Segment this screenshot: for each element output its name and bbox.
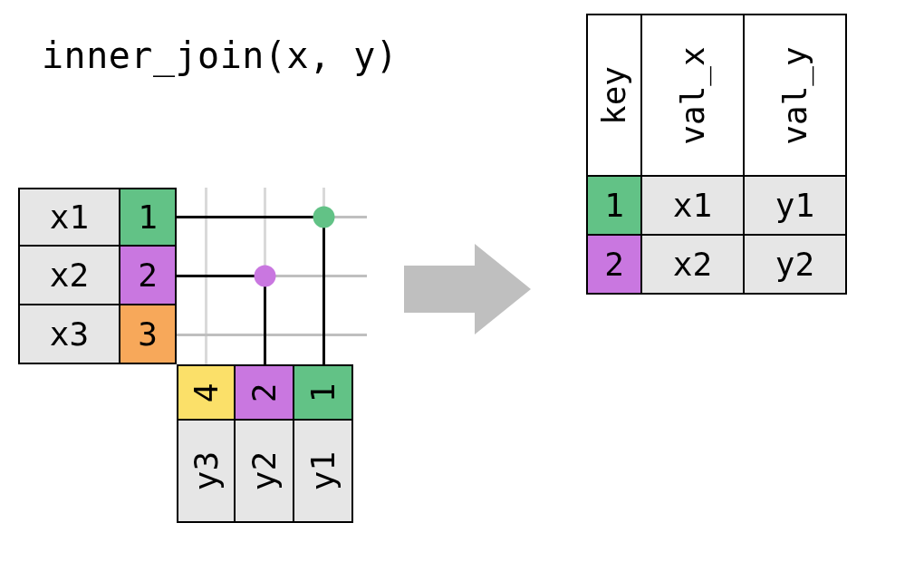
match-dot-2 — [255, 266, 276, 287]
result-row-1-valx: x1 — [642, 177, 745, 236]
y-col-2-val: y2 — [236, 421, 294, 523]
x-row-1-key: 1 — [120, 188, 177, 247]
y-col-2-key: 2 — [236, 364, 294, 421]
result-header-valx: val_x — [642, 14, 745, 177]
x-row-3-val: x3 — [18, 305, 120, 364]
x-row-2-val: x2 — [18, 247, 120, 305]
result-row-1-key: 1 — [586, 177, 642, 236]
result-table: key val_x val_y 1 x1 y1 2 x2 y2 — [586, 14, 847, 295]
result-header-key: key — [586, 14, 642, 177]
y-col-1-key: 4 — [177, 364, 236, 421]
arrow-icon — [404, 244, 531, 334]
join-grid — [177, 188, 371, 369]
x-row-2-key: 2 — [120, 247, 177, 305]
match-dot-1 — [313, 207, 335, 228]
result-row-1-valy: y1 — [745, 177, 847, 236]
y-col-3-key: 1 — [294, 364, 353, 421]
y-col-3-val: y1 — [294, 421, 353, 523]
result-header-valy: val_y — [745, 14, 847, 177]
table-x: x1 1 x2 2 x3 3 — [18, 188, 177, 364]
result-row-2-key: 2 — [586, 236, 642, 295]
result-row-2-valy: y2 — [745, 236, 847, 295]
y-col-1-val: y3 — [177, 421, 236, 523]
x-row-3-key: 3 — [120, 305, 177, 364]
x-row-1-val: x1 — [18, 188, 120, 247]
table-y: 4 2 1 y3 y2 y1 — [177, 364, 353, 523]
result-row-2-valx: x2 — [642, 236, 745, 295]
diagram-title: inner_join(x, y) — [42, 34, 398, 76]
